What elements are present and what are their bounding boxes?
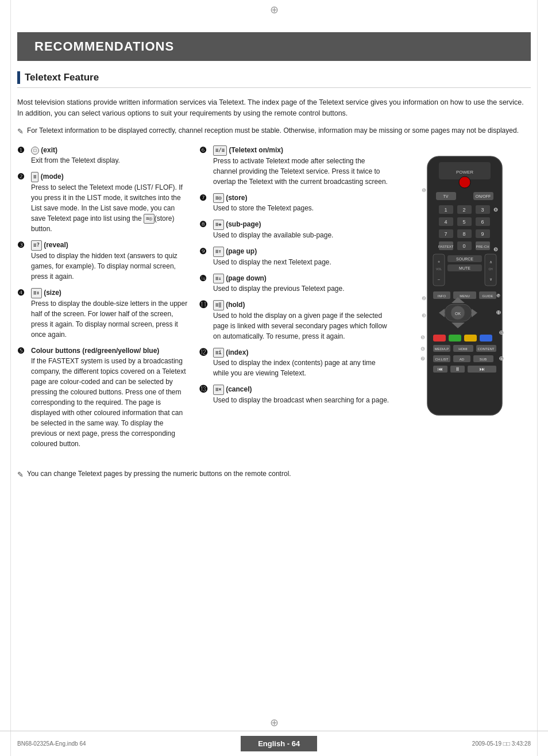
feature-item-10: ❿ ≡↓ (page down) Used to display the pre… [199,273,389,294]
svg-text:SUB: SUB [480,358,487,361]
remote-control-svg: POWER TV ON/OFF 1 2 3 4 5 6 [410,151,519,427]
svg-text:VOL: VOL [436,267,442,271]
svg-text:INFO: INFO [438,294,446,298]
svg-text:AD: AD [460,358,465,361]
note-text-2: You can change Teletext pages by pressin… [27,469,291,479]
feature-item-11: ⓫ ≡‖ (hold) Used to hold the display on … [199,300,389,341]
svg-text:❼: ❼ [420,356,425,362]
svg-text:❻: ❻ [420,346,425,352]
svg-text:❸: ❸ [422,313,426,318]
svg-rect-65 [449,335,461,341]
feature-item-8: ❽ ≡◈ (sub-page) Used to display the avai… [199,219,389,240]
svg-text:TV: TV [443,194,449,198]
svg-text:⓬: ⓬ [499,331,504,336]
cancel-icon: ≡× [213,385,224,395]
svg-text:❽: ❽ [493,207,498,213]
svg-text:4: 4 [444,219,447,225]
feature-desc-8: Used to display the available sub-page. [213,231,333,239]
svg-text:❾: ❾ [493,247,498,252]
feature-desc-6: Press to activate Teletext mode after se… [213,157,388,186]
svg-text:❺: ❺ [420,335,425,340]
svg-text:FASTEXT: FASTEXT [438,245,454,248]
svg-text:SOURCE: SOURCE [456,257,473,261]
svg-rect-64 [433,335,446,341]
note-box-1: ✎ For Teletext information to be display… [17,125,531,137]
feature-item-13: ⓭ ≡× (cancel) Used to display the broadc… [199,384,389,405]
feature-item-5: ❺ Colour buttons (red/green/yellow/ blue… [17,346,190,449]
svg-text:POWER: POWER [456,170,473,175]
page-border-right [537,0,538,756]
footer-right: 2009-05-19 □□ 3:43:28 [472,740,531,747]
page-title: RECOMMENDATIONS [34,39,514,54]
store-icon-inline: ≡◎ [144,214,155,224]
svg-text:8: 8 [462,231,465,237]
svg-text:❷: ❷ [422,296,426,301]
crosshair-top: ⊕ [0,5,548,15]
feature-item-1: ❶ □ (exit) Exit from the Teletext displa… [17,145,190,166]
svg-text:ON/OFF: ON/OFF [476,194,491,198]
svg-text:CONTENT: CONTENT [478,347,495,351]
svg-rect-66 [464,335,477,341]
svg-text:⓭: ⓭ [499,356,504,362]
feature-desc-12: Used to display the index (contents) pag… [213,359,376,377]
feature-desc-11: Used to hold the display on a given page… [213,312,387,340]
svg-text:⏸: ⏸ [455,366,460,372]
svg-text:⏮: ⏮ [438,366,443,372]
page-footer: BN68-02325A-Eng.indb 64 English - 64 200… [0,731,548,756]
svg-text:6: 6 [481,219,484,225]
svg-text:⓫: ⓫ [496,310,501,316]
feature-desc-13: Used to display the broadcast when searc… [213,396,389,404]
feature-item-12: ⓬ ≡i (index) Used to display the index (… [199,347,389,379]
crosshair-bottom: ⊕ [0,717,548,728]
svg-text:∧: ∧ [489,260,492,264]
feature-desc-5: If the FASTEXT system is used by a broad… [31,357,186,448]
note-icon-2: ✎ [17,469,24,481]
feature-desc-2: Press to select the Teletext mode (LIST/… [31,183,183,233]
page-border-left [10,0,11,756]
svg-text:0: 0 [462,243,465,249]
pageup-icon: ≡↑ [213,247,224,257]
pagedown-icon: ≡↓ [213,274,224,284]
svg-text:HDMI: HDMI [458,347,468,351]
svg-rect-67 [480,335,492,341]
feature-desc-9: Used to display the next Teletext page. [213,258,331,266]
feature-desc-1: Exit from the Teletext display. [31,156,120,164]
footer-center: English - 64 [241,736,317,751]
feature-item-4: ❹ ≡↕ (size) Press to display the double-… [17,287,190,340]
feature-desc-4: Press to display the double-size letters… [31,300,187,339]
feature-item-3: ❸ ≡? (reveal) Used to display the hidden… [17,240,190,282]
section-blue-bar [17,71,20,84]
feature-item-7: ❼ ≡◎ (store) Used to store the Teletext … [199,193,389,214]
note-icon-1: ✎ [17,126,24,137]
svg-text:OK: OK [455,312,461,316]
left-column: ❶ □ (exit) Exit from the Teletext displa… [17,145,190,454]
feature-item-9: ❾ ≡↑ (page up) Used to display the next … [199,246,389,267]
feature-desc-10: Used to display the previous Teletext pa… [213,285,345,293]
feature-item-2: ❷ ≡ (mode) Press to select the Teletext … [17,171,190,234]
intro-text: Most television stations provide written… [17,97,531,120]
svg-text:1: 1 [444,207,447,213]
index-icon: ≡i [213,348,224,358]
note-text-1: For Teletext information to be displayed… [27,125,519,136]
exit-icon: □ [31,147,39,155]
svg-text:2: 2 [462,207,465,213]
feature-item-6: ❻ ≡/≡ (Teletext on/mix) Press to activat… [199,145,389,187]
feature-desc-7: Used to store the Teletext pages. [213,204,314,212]
mode-icon: ≡ [31,172,38,182]
bottom-note: ✎ You can change Teletext pages by press… [17,469,531,481]
svg-text:MENU: MENU [460,294,470,298]
svg-text:3: 3 [481,207,484,213]
page-header: RECOMMENDATIONS [17,32,531,61]
svg-text:❶: ❶ [422,187,426,193]
section-title: Teletext Feature [25,72,99,83]
svg-text:∨: ∨ [489,277,492,281]
svg-point-3 [459,176,470,188]
svg-text:7: 7 [444,231,447,237]
teletext-on-icon: ≡/≡ [213,145,227,156]
subpage-icon: ≡◈ [213,220,224,230]
svg-text:+: + [438,260,440,264]
svg-text:PRE-CH: PRE-CH [476,245,489,248]
footer-left: BN68-02325A-Eng.indb 64 [17,740,86,747]
right-text-col: ❻ ≡/≡ (Teletext on/mix) Press to activat… [199,145,389,454]
svg-text:5: 5 [462,219,465,225]
